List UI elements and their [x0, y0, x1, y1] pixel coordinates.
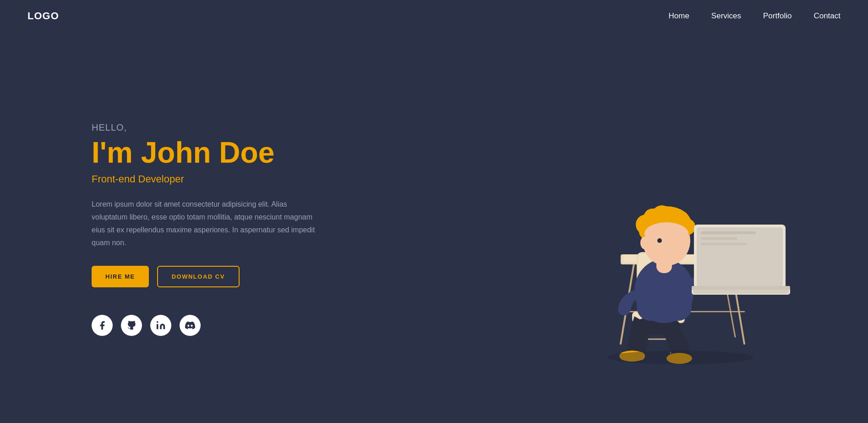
- nav-link-home[interactable]: Home: [668, 11, 689, 20]
- navbar: LOGO Home Services Portfolio Contact: [0, 0, 868, 32]
- nav-item-contact[interactable]: Contact: [813, 11, 841, 21]
- button-group: HIRE ME DOWNLOAD CV: [92, 266, 321, 287]
- developer-illustration: [502, 82, 822, 367]
- svg-rect-0: [157, 324, 158, 329]
- svg-point-36: [640, 236, 650, 249]
- hero-illustration: [483, 69, 841, 380]
- svg-point-46: [607, 351, 753, 364]
- facebook-social-button[interactable]: [92, 315, 113, 336]
- svg-point-37: [657, 238, 662, 243]
- svg-rect-23: [637, 275, 692, 321]
- hero-content: HELLO, I'm John Doe Front-end Developer …: [92, 113, 321, 336]
- linkedin-social-button[interactable]: [150, 315, 171, 336]
- nav-link-services[interactable]: Services: [711, 11, 741, 20]
- svg-point-35: [644, 222, 688, 245]
- svg-rect-39: [697, 227, 783, 287]
- greeting-text: HELLO,: [92, 122, 321, 133]
- nav-links: Home Services Portfolio Contact: [668, 11, 841, 21]
- social-icons-group: [92, 315, 321, 336]
- svg-rect-42: [701, 243, 747, 245]
- svg-rect-40: [701, 231, 756, 234]
- download-cv-button[interactable]: DOWNLOAD CV: [157, 266, 240, 287]
- svg-rect-45: [692, 286, 790, 290]
- svg-rect-41: [701, 237, 737, 240]
- svg-rect-44: [693, 289, 789, 294]
- hero-section: HELLO, I'm John Doe Front-end Developer …: [0, 32, 868, 408]
- logo[interactable]: LOGO: [27, 10, 59, 22]
- nav-item-services[interactable]: Services: [711, 11, 741, 21]
- svg-point-1: [157, 321, 158, 323]
- hero-role: Front-end Developer: [92, 173, 321, 185]
- nav-item-home[interactable]: Home: [668, 11, 689, 21]
- hire-me-button[interactable]: HIRE ME: [92, 266, 149, 287]
- github-social-button[interactable]: [121, 315, 142, 336]
- nav-link-portfolio[interactable]: Portfolio: [763, 11, 792, 20]
- nav-link-contact[interactable]: Contact: [813, 11, 841, 20]
- discord-icon: [185, 320, 195, 330]
- linkedin-icon: [156, 320, 166, 330]
- hero-bio: Lorem ipsum dolor sit amet consectetur a…: [92, 198, 321, 249]
- discord-social-button[interactable]: [180, 315, 201, 336]
- facebook-icon: [97, 320, 107, 330]
- hero-name: I'm John Doe: [92, 137, 321, 169]
- nav-item-portfolio[interactable]: Portfolio: [763, 11, 792, 21]
- github-icon: [126, 320, 136, 330]
